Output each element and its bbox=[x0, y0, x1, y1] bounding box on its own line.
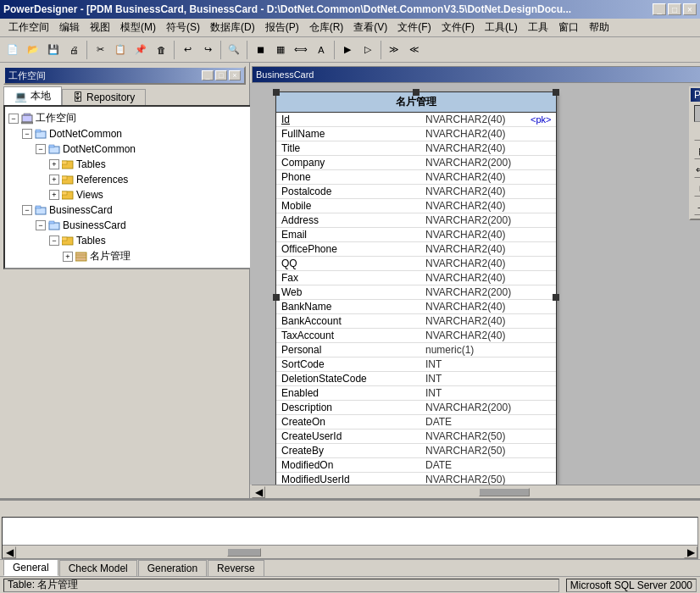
tree-item-dotnetcommon2[interactable]: − DotNetCommon bbox=[8, 141, 248, 157]
table-row[interactable]: AddressNVARCHAR2(200) bbox=[276, 213, 556, 228]
left-close[interactable]: × bbox=[229, 70, 241, 80]
table-row[interactable]: EmailNVARCHAR2(40) bbox=[276, 228, 556, 242]
table-row[interactable]: CompanyNVARCHAR2(200) bbox=[276, 156, 556, 170]
table-row[interactable]: OfficePhoneNVARCHAR2(40) bbox=[276, 242, 556, 257]
print-button[interactable]: 🖨 bbox=[64, 41, 83, 59]
table-row[interactable]: MobileNVARCHAR2(40) bbox=[276, 199, 556, 213]
resize-tm[interactable] bbox=[413, 89, 419, 96]
scroll-thumb-h[interactable] bbox=[479, 488, 530, 496]
cut-button[interactable]: ✂ bbox=[91, 41, 109, 59]
menu-file2[interactable]: 文件(F) bbox=[436, 19, 480, 36]
tree-item-references[interactable]: + References bbox=[8, 172, 248, 187]
table-row[interactable]: DeletionStateCodeINT bbox=[276, 372, 556, 386]
toggle-references[interactable]: + bbox=[49, 175, 59, 185]
out-scroll-left[interactable]: ◀ bbox=[3, 546, 16, 558]
output-scrollbar[interactable]: ◀ ▶ bbox=[3, 545, 697, 558]
new-button[interactable]: 📄 bbox=[3, 41, 22, 59]
menu-symbol[interactable]: 符号(S) bbox=[161, 19, 205, 36]
out-scroll-right[interactable]: ▶ bbox=[684, 546, 697, 558]
undo-button[interactable]: ↩ bbox=[178, 41, 197, 59]
table-row[interactable]: CreateOnDATE bbox=[276, 415, 556, 430]
tree-item-businesscard2[interactable]: − BusinessCard bbox=[8, 218, 248, 233]
toggle-workspace[interactable]: − bbox=[8, 114, 19, 124]
table-row[interactable]: WebNVARCHAR2(200) bbox=[276, 285, 556, 300]
redo-button[interactable]: ↪ bbox=[198, 41, 217, 59]
delete-button[interactable]: 🗑 bbox=[152, 41, 170, 59]
paste-button[interactable]: 📌 bbox=[131, 41, 150, 59]
toggle-businesscard2[interactable]: − bbox=[36, 220, 46, 230]
minimize-button[interactable]: _ bbox=[653, 3, 666, 15]
table-row[interactable]: FaxNVARCHAR2(40) bbox=[276, 271, 556, 285]
table-row[interactable]: CreateByNVARCHAR2(50) bbox=[276, 444, 556, 458]
copy-button[interactable]: 📋 bbox=[111, 41, 130, 59]
tree-item-tables2[interactable]: − Tables bbox=[8, 233, 248, 248]
table-row[interactable]: SortCodeINT bbox=[276, 357, 556, 372]
menu-report[interactable]: 报告(P) bbox=[260, 19, 304, 36]
menu-view[interactable]: 视图 bbox=[85, 19, 115, 36]
table-row[interactable]: QQNVARCHAR2(40) bbox=[276, 257, 556, 271]
menu-database[interactable]: 数据库(D) bbox=[205, 19, 260, 36]
find-button[interactable]: 🔍 bbox=[225, 41, 243, 59]
table-row[interactable]: ModifiedOnDATE bbox=[276, 458, 556, 473]
tab-general[interactable]: General bbox=[3, 559, 58, 576]
tool3[interactable]: ⟺ bbox=[292, 41, 310, 59]
out-scroll-thumb[interactable] bbox=[227, 548, 261, 557]
scroll-left[interactable]: ◀ bbox=[252, 486, 265, 498]
tab-local[interactable]: 💻 本地 bbox=[3, 86, 62, 105]
table-row[interactable]: PhoneNVARCHAR2(40) bbox=[276, 170, 556, 185]
table-row[interactable]: ModifiedUserIdNVARCHAR2(50) bbox=[276, 473, 556, 485]
left-maximize[interactable]: □ bbox=[215, 70, 227, 80]
open-button[interactable]: 📂 bbox=[24, 41, 42, 59]
table-row[interactable]: BankAccountNVARCHAR2(40) bbox=[276, 314, 556, 329]
tab-generation[interactable]: Generation bbox=[138, 560, 207, 576]
canvas-scrollbar-h[interactable]: ◀ ▶ bbox=[252, 485, 700, 498]
tool2[interactable]: ▦ bbox=[271, 41, 290, 59]
tool1[interactable]: ◼ bbox=[251, 41, 269, 59]
table-row[interactable]: TitleNVARCHAR2(40) bbox=[276, 141, 556, 156]
palette-btn-line2[interactable]: — bbox=[694, 198, 700, 215]
table-row[interactable]: IdNVARCHAR2(40)<pk> bbox=[276, 113, 556, 127]
tool4[interactable]: A bbox=[312, 41, 331, 59]
toggle-dotnetcommon2[interactable]: − bbox=[36, 144, 46, 154]
tab-repository[interactable]: 🗄 Repository bbox=[62, 89, 146, 105]
toggle-views[interactable]: + bbox=[49, 190, 59, 200]
palette-btn-table[interactable]: ▦ bbox=[694, 142, 700, 159]
menu-help[interactable]: 帮助 bbox=[584, 19, 614, 36]
tree-item-dotnetcommon1[interactable]: − DotNetCommon bbox=[8, 126, 248, 141]
tool7[interactable]: ≫ bbox=[385, 41, 403, 59]
toggle-tables1[interactable]: + bbox=[49, 159, 59, 169]
menu-model[interactable]: 模型(M) bbox=[115, 19, 161, 36]
menu-workspace[interactable]: 工作空间 bbox=[3, 19, 54, 36]
table-row[interactable]: TaxAccountNVARCHAR2(40) bbox=[276, 329, 556, 343]
canvas-wrapper[interactable]: 名片管理 IdNVARCHAR2(40)<pk>FullNameNVARCHAR… bbox=[250, 83, 700, 485]
resize-tr[interactable] bbox=[553, 89, 559, 96]
table-row[interactable]: DescriptionNVARCHAR2(200) bbox=[276, 401, 556, 415]
palette-btn-rect[interactable]: □ bbox=[694, 180, 700, 197]
table-row[interactable]: FullNameNVARCHAR2(40) bbox=[276, 127, 556, 141]
tool8[interactable]: ≪ bbox=[405, 41, 424, 59]
left-minimize[interactable]: _ bbox=[202, 70, 214, 80]
tab-checkmodel[interactable]: Check Model bbox=[59, 560, 137, 576]
tree-item-tables1[interactable]: + Tables bbox=[8, 157, 248, 172]
tree-item-workspace[interactable]: − 工作空间 bbox=[8, 110, 248, 126]
table-row[interactable]: CreateUserIdNVARCHAR2(50) bbox=[276, 430, 556, 444]
save-button[interactable]: 💾 bbox=[44, 41, 63, 59]
menu-tools1[interactable]: 工具(L) bbox=[480, 19, 523, 36]
menu-edit[interactable]: 编辑 bbox=[54, 19, 85, 36]
table-row[interactable]: BankNameNVARCHAR2(40) bbox=[276, 300, 556, 314]
toggle-tables2[interactable]: − bbox=[49, 236, 59, 246]
toggle-dotnetcommon1[interactable]: − bbox=[22, 129, 32, 139]
table-row[interactable]: Personalnumeric(1) bbox=[276, 343, 556, 357]
maximize-button[interactable]: □ bbox=[668, 3, 681, 15]
toggle-namecard[interactable]: + bbox=[63, 252, 73, 262]
tree-item-businesscard1[interactable]: − BusinessCard bbox=[8, 202, 248, 218]
resize-tl[interactable] bbox=[273, 89, 280, 96]
tab-reverse[interactable]: Reverse bbox=[208, 560, 264, 576]
palette-btn-link[interactable]: ⟺ bbox=[694, 161, 700, 178]
menu-lookview[interactable]: 查看(V) bbox=[348, 19, 392, 36]
tree-item-namecard[interactable]: + 名片管理 bbox=[8, 248, 248, 264]
menu-repo[interactable]: 仓库(R) bbox=[304, 19, 349, 36]
entity-table[interactable]: 名片管理 IdNVARCHAR2(40)<pk>FullNameNVARCHAR… bbox=[275, 91, 557, 485]
resize-mr[interactable] bbox=[553, 294, 559, 301]
tool5[interactable]: ▶ bbox=[338, 41, 357, 59]
